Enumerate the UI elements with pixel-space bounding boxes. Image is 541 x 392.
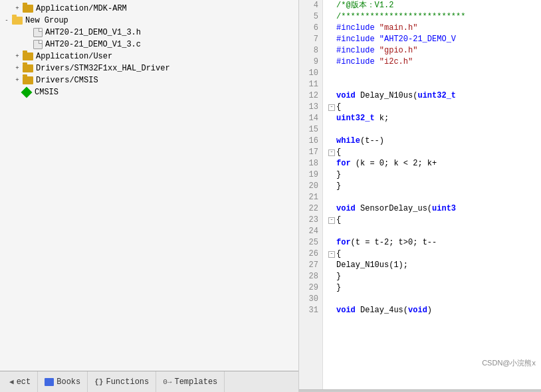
- tab-books[interactable]: Books: [38, 371, 88, 392]
- tree-label-drivers-hal: Drivers/STM32F1xx_HAL_Driver: [36, 64, 170, 73]
- code-line-7: #include "AHT20-21_DEMO_V: [327, 34, 541, 45]
- file-icon-aht20-h: [33, 28, 43, 37]
- fold-box-23[interactable]: -: [328, 217, 335, 224]
- code-text-16: while(t--): [336, 136, 384, 147]
- expand-icon-drivers-cmsis[interactable]: +: [13, 76, 21, 84]
- tree-label-app-mdk: Application/MDK-ARM: [36, 4, 127, 13]
- code-line-13: -{: [327, 102, 541, 113]
- code-line-28: }: [327, 271, 541, 282]
- code-text-20: }: [336, 181, 341, 192]
- arrow-icon-ect: ◀: [9, 377, 14, 386]
- fold-box-17[interactable]: -: [328, 149, 335, 156]
- code-text-27: Delay_N10us(1);: [336, 260, 408, 271]
- expand-spacer-h: [24, 29, 32, 37]
- line-numbers: 4567891011121314151617181920212223242526…: [299, 0, 323, 389]
- code-line-24: [327, 226, 541, 237]
- tree-label-aht20-c: AHT20-21_DEMO_V1_3.c: [45, 40, 141, 49]
- folder-icon-drivers-hal: [23, 64, 33, 72]
- fold-gutter-17[interactable]: -: [327, 149, 336, 156]
- tree-item-app-mdk[interactable]: + Application/MDK-ARM: [0, 3, 298, 15]
- fold-box-13[interactable]: -: [328, 104, 335, 111]
- code-line-25: for(t = t-2; t>0; t--: [327, 237, 541, 248]
- project-tree: + Application/MDK-ARM - New Group AHT20-…: [0, 0, 298, 371]
- fold-gutter-26[interactable]: -: [327, 251, 336, 258]
- code-text-25: for(t = t-2; t>0; t--: [336, 237, 437, 248]
- tree-item-drivers-cmsis[interactable]: + Drivers/CMSIS: [0, 74, 298, 86]
- code-line-4: /*@版本：V1.2: [327, 0, 541, 11]
- code-text-17: {: [336, 147, 341, 158]
- tree-item-drivers-hal[interactable]: + Drivers/STM32F1xx_HAL_Driver: [0, 62, 298, 74]
- fold-box-26[interactable]: -: [328, 251, 335, 258]
- tree-item-cmsis[interactable]: CMSIS: [0, 86, 298, 98]
- expand-icon-app-user[interactable]: +: [13, 52, 21, 60]
- file-icon-aht20-c: [33, 40, 43, 49]
- code-text-8: #include "gpio.h": [336, 45, 417, 56]
- tree-label-new-group: New Group: [25, 16, 68, 25]
- tree-label-cmsis: CMSIS: [35, 88, 58, 97]
- fold-gutter-13[interactable]: -: [327, 104, 336, 111]
- expand-icon-drivers-hal[interactable]: +: [13, 64, 21, 72]
- code-text-22: void SensorDelay_us(uint3: [336, 203, 456, 215]
- tree-label-app-user: Application/User: [36, 52, 112, 61]
- code-line-26: - {: [327, 248, 541, 260]
- code-content[interactable]: /*@版本：V1.2/**************************#in…: [323, 0, 541, 389]
- tab-templates[interactable]: 0→ Templates: [156, 371, 225, 392]
- left-panel: + Application/MDK-ARM - New Group AHT20-…: [0, 0, 299, 392]
- code-line-9: #include "i2c.h": [327, 56, 541, 68]
- code-line-30: [327, 294, 541, 305]
- template-icon: 0→: [163, 378, 171, 386]
- code-text-19: }: [336, 169, 341, 181]
- tree-item-aht20-h[interactable]: AHT20-21_DEMO_V1_3.h: [0, 27, 298, 39]
- code-text-5: /**************************: [336, 11, 465, 23]
- tab-label-books: Books: [56, 377, 80, 387]
- tree-item-aht20-c[interactable]: AHT20-21_DEMO_V1_3.c: [0, 39, 298, 50]
- code-line-18: for (k = 0; k < 2; k+: [327, 158, 541, 169]
- expand-icon-app-mdk[interactable]: +: [13, 5, 21, 13]
- code-line-22: void SensorDelay_us(uint3: [327, 203, 541, 215]
- expand-spacer-cmsis: [13, 88, 21, 96]
- tree-label-aht20-h: AHT20-21_DEMO_V1_3.h: [45, 28, 141, 37]
- code-line-17: - {: [327, 147, 541, 158]
- tree-item-app-user[interactable]: + Application/User: [0, 50, 298, 62]
- expand-icon-new-group[interactable]: -: [3, 17, 11, 25]
- folder-icon-app-user: [23, 52, 33, 60]
- code-line-23: -{: [327, 215, 541, 226]
- code-text-13: {: [336, 102, 341, 113]
- tab-label-templates: Templates: [174, 377, 217, 387]
- code-text-7: #include "AHT20-21_DEMO_V: [336, 34, 456, 45]
- folder-icon-app-mdk: [23, 5, 33, 13]
- code-line-12: void Delay_N10us(uint32_t: [327, 90, 541, 102]
- diamond-icon-cmsis: [21, 87, 33, 98]
- code-text-18: for (k = 0; k < 2; k+: [336, 158, 437, 169]
- code-line-8: #include "gpio.h": [327, 45, 541, 56]
- folder-icon-drivers-cmsis: [23, 76, 33, 84]
- tab-label-ect: ect: [17, 377, 31, 387]
- code-line-10: [327, 68, 541, 79]
- code-line-29: }: [327, 282, 541, 294]
- code-text-9: #include "i2c.h": [336, 56, 413, 68]
- func-icon: {}: [94, 378, 103, 386]
- code-text-26: {: [336, 248, 341, 260]
- code-line-27: Delay_N10us(1);: [327, 260, 541, 271]
- code-text-6: #include "main.h": [336, 23, 417, 34]
- code-text-4: /*@版本：V1.2: [336, 0, 393, 11]
- right-panel: 4567891011121314151617181920212223242526…: [299, 0, 541, 392]
- code-line-6: #include "main.h": [327, 23, 541, 34]
- expand-spacer-c: [24, 41, 32, 49]
- tree-item-new-group[interactable]: - New Group: [0, 15, 298, 27]
- code-line-20: }: [327, 181, 541, 192]
- code-text-28: }: [336, 271, 341, 282]
- tab-functions[interactable]: {} Functions: [88, 371, 156, 392]
- bottom-tabs: ◀ ect Books {} Functions 0→ Templates: [0, 371, 298, 392]
- book-icon: [45, 378, 54, 386]
- tab-label-functions: Functions: [106, 377, 149, 387]
- tab-ect[interactable]: ◀ ect: [3, 371, 38, 392]
- fold-gutter-23[interactable]: -: [327, 217, 336, 224]
- code-text-31: void Delay_4us(void): [336, 305, 432, 316]
- code-text-14: uint32_t k;: [336, 113, 389, 124]
- code-text-23: {: [336, 215, 341, 226]
- scroll-bar-bottom[interactable]: [299, 389, 541, 392]
- watermark: CSDN@小浣熊x: [482, 358, 536, 368]
- code-line-14: uint32_t k;: [327, 113, 541, 124]
- code-line-31: void Delay_4us(void): [327, 305, 541, 316]
